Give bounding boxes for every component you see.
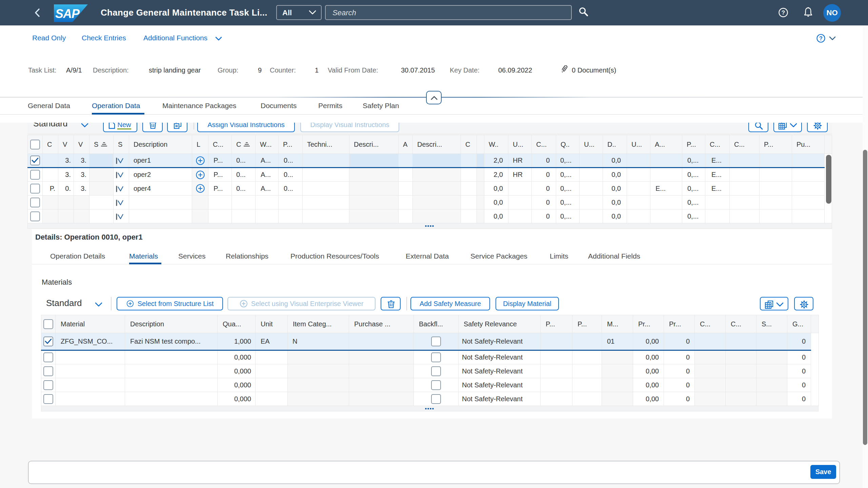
svg-text:?: ?	[782, 9, 785, 16]
svg-text:SAP: SAP	[55, 7, 80, 21]
svg-text:?: ?	[819, 36, 823, 41]
